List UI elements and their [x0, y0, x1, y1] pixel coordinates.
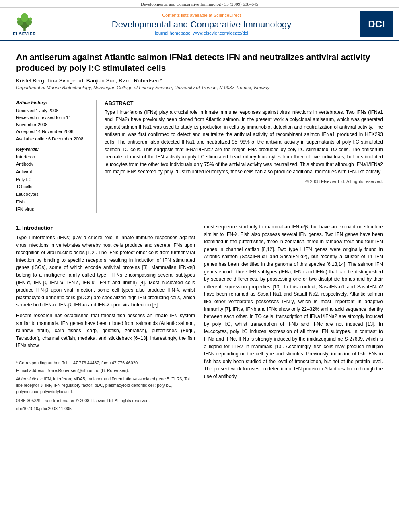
footnotes: * Corresponding author. Tel.: +47 776 44…	[16, 357, 195, 412]
keyword-antibody: Antibody	[16, 160, 90, 168]
keyword-polyic: Poly I:C	[16, 176, 90, 183]
article-title: An antiserum against Atlantic salmon IFN…	[16, 51, 383, 74]
article-history-label: Article history:	[16, 100, 90, 105]
elsevier-wordmark: ELSEVIER	[13, 32, 36, 36]
abstract-label: ABSTRACT	[105, 100, 383, 106]
citation-text: Developmental and Comparative Immunology…	[141, 2, 258, 6]
keyword-interferon: Interferon	[16, 153, 90, 161]
article-info-abstract: Article history: Received 1 July 2008 Re…	[16, 96, 383, 213]
left-content-col: 1. Introduction Type I interferons (IFNs…	[16, 223, 195, 413]
available-date: Available online 6 December 2008	[16, 136, 90, 143]
right-content-col: most sequence similarity to mammalian IF…	[204, 223, 383, 413]
copyright: © 2008 Elsevier Ltd. All rights reserved…	[105, 179, 383, 184]
keyword-to-cells: TO cells	[16, 183, 90, 191]
affiliation: Department of Marine Biotechnology, Norw…	[16, 85, 383, 90]
revised-date: Received in revised form 11 November 200…	[16, 114, 90, 128]
svg-point-5	[17, 18, 20, 21]
journal-title-area: Contents lists available at ScienceDirec…	[43, 13, 360, 35]
authors: Kristel Berg, Tina Svingerud, Baojian Su…	[16, 78, 383, 84]
received-date: Received 1 July 2008	[16, 107, 90, 115]
intro-para-1: Type I interferons (IFNs) play a crucial…	[16, 234, 195, 309]
accepted-date: Accepted 14 November 2008	[16, 128, 90, 136]
footnote-corresponding: * Corresponding author. Tel.: +47 776 44…	[16, 359, 195, 366]
citation-bar: Developmental and Comparative Immunology…	[0, 0, 399, 8]
main-content: 1. Introduction Type I interferons (IFNs…	[16, 223, 383, 413]
journal-header: ELSEVIER Contents lists available at Sci…	[0, 8, 399, 41]
keyword-antiviral: Antiviral	[16, 168, 90, 176]
journal-homepage: journal homepage: www.elsevier.com/locat…	[43, 31, 360, 35]
keyword-leucocytes: Leucocytes	[16, 191, 90, 198]
svg-point-6	[29, 18, 32, 21]
elsevier-logo-area: ELSEVIER	[6, 12, 43, 36]
abbreviations: Abbreviations: IFN, interferon; MDA5, me…	[16, 376, 195, 395]
right-para-1: most sequence similarity to mammalian IF…	[204, 223, 383, 380]
article-body: An antiserum against Atlantic salmon IFN…	[0, 41, 399, 421]
intro-para-2: Recent research has established that tel…	[16, 312, 195, 349]
keyword-fish: Fish	[16, 198, 90, 206]
section-divider	[16, 218, 383, 218]
keywords-list: Interferon Antibody Antiviral Poly I:C T…	[16, 153, 90, 214]
footnote-issn: 0145-305X/$ – see front matter © 2008 El…	[16, 397, 195, 404]
footnote-doi: doi:10.1016/j.dci.2008.11.005	[16, 405, 195, 412]
journal-title: Developmental and Comparative Immunology	[43, 19, 360, 30]
article-history: Received 1 July 2008 Received in revised…	[16, 107, 90, 143]
article-info-col: Article history: Received 1 July 2008 Re…	[16, 100, 97, 213]
introduction-heading: 1. Introduction	[16, 225, 195, 231]
elsevier-tree-icon	[12, 12, 37, 32]
abstract-col: ABSTRACT Type I interferons (IFNs) play …	[105, 100, 383, 213]
contents-available: Contents lists available at ScienceDirec…	[43, 13, 360, 18]
keywords-label: Keywords:	[16, 147, 90, 152]
dci-logo: DCI	[360, 11, 393, 37]
footnote-email: E-mail address: Borre.Robertsen@nfh.uit.…	[16, 367, 195, 374]
svg-point-4	[21, 13, 28, 22]
abstract-text: Type I interferons (IFNs) play a crucial…	[105, 109, 383, 176]
keyword-ifn-virus: IFN-virus	[16, 205, 90, 213]
